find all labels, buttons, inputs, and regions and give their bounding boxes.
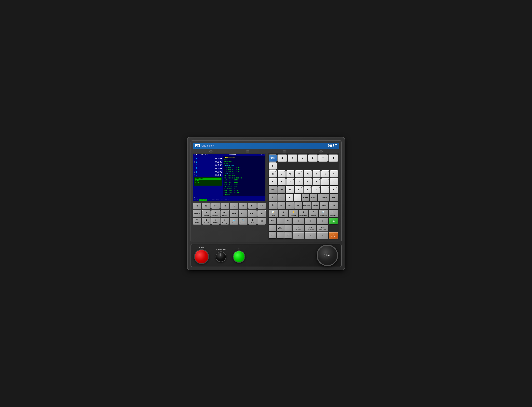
normal-knob[interactable] <box>216 251 226 262</box>
screen-tabs[interactable]: RELAT ABSOLUTE ALL STEP/CONT MDI TRAIL <box>193 199 266 201</box>
rate-dn-2[interactable]: ↓ <box>305 232 316 239</box>
key-equals[interactable]: = <box>294 194 301 201</box>
fkey-f8[interactable]: F8 <box>257 203 266 209</box>
btn-parameter[interactable]: ≡Parameter <box>309 210 318 217</box>
btn-rapid-rate[interactable]: 〜〜Rapid-Rate <box>305 225 316 232</box>
key-6[interactable]: *6 <box>330 170 338 178</box>
key-esc[interactable]: ESC <box>330 194 338 201</box>
btn-sp-stop[interactable]: ⏹SP-STOP <box>202 218 211 225</box>
tab-mdi[interactable]: MDI <box>220 199 224 201</box>
jog-left[interactable]: ← <box>269 225 276 231</box>
key-r[interactable]: DR <box>269 170 277 178</box>
jog-rapid[interactable]: ⏵⏴Rapid <box>277 225 284 231</box>
key-single[interactable]: Single <box>320 202 328 209</box>
key-j[interactable]: PJ <box>295 178 303 185</box>
key-3[interactable]: ;3 <box>330 178 338 185</box>
btn-start[interactable]: ▶Start <box>329 218 338 224</box>
key-t[interactable]: NT <box>304 186 312 193</box>
jog-up-left[interactable]: ↖+Y <box>269 218 276 224</box>
btn-coolant[interactable]: 💧Coolant <box>230 218 238 225</box>
handwheel[interactable]: QBSK <box>317 245 338 266</box>
key-minus[interactable]: [- <box>312 186 320 193</box>
fkey-f3[interactable]: F3 <box>211 203 220 209</box>
key-pgdn[interactable]: PgDn <box>277 186 285 193</box>
key-space[interactable]: Space <box>310 194 317 201</box>
key-l[interactable]: L <box>269 178 277 185</box>
key-8[interactable]: 8 <box>329 154 338 162</box>
key-7[interactable]: 7 <box>318 154 328 162</box>
tab-trail[interactable]: TRAIL <box>224 199 230 201</box>
btn-handwheel[interactable]: 🔄Handwheel <box>319 210 328 217</box>
btn-minus-b[interactable]: -B <box>257 210 266 217</box>
key-bracket[interactable]: ]' <box>321 186 329 193</box>
btn-auto[interactable]: ⚙Auto <box>279 210 288 217</box>
btn-channel[interactable]: Channel <box>193 210 201 217</box>
key-k[interactable]: QK <box>286 178 294 185</box>
btn-feed-rate[interactable]: 〜〜〜Feed-Rate <box>317 225 328 232</box>
key-5[interactable]: +5 <box>321 170 329 178</box>
st-button[interactable] <box>233 250 245 263</box>
btn-point-cw[interactable]: ⊕Point-CW <box>202 210 211 217</box>
key-enter[interactable]: Enter <box>329 202 338 209</box>
key-x[interactable]: X <box>277 154 287 162</box>
key-step[interactable]: Step <box>294 202 302 209</box>
btn-kai2[interactable]: KAI2 <box>239 210 248 217</box>
fkey-f2[interactable]: F2 <box>202 203 211 209</box>
estop-button[interactable] <box>194 249 209 264</box>
jog-dn-left[interactable]: ↙+A <box>269 232 276 238</box>
fkey-f1[interactable]: F1 <box>193 203 201 209</box>
key-w[interactable]: CW <box>286 170 294 178</box>
key-1[interactable]: (1 <box>313 178 321 185</box>
btn-edit[interactable]: 📝Edit <box>269 210 278 217</box>
btn-sp-ccw[interactable]: ↺SP-CCW <box>211 218 220 225</box>
fkey-f6[interactable]: F6 <box>239 203 248 209</box>
key-m[interactable]: M <box>304 170 312 178</box>
jog-dn-right[interactable]: ↘-Y <box>284 232 292 238</box>
key-y[interactable]: Y <box>298 154 307 162</box>
key-right-arrow[interactable]: → <box>277 202 285 209</box>
jog-dn[interactable]: ↓ <box>277 232 284 238</box>
key-shift[interactable]: Shift <box>286 202 294 209</box>
key-v[interactable]: BV <box>295 170 303 178</box>
key-4[interactable]: #4 <box>313 170 321 178</box>
jog-right[interactable]: → <box>284 225 292 231</box>
btn-sp-rate[interactable]: 〜SP-Rate <box>293 225 304 232</box>
key-return[interactable]: Return <box>302 194 309 201</box>
key-h[interactable]: H <box>286 186 294 193</box>
rate-up-1[interactable]: ↑ <box>293 218 304 224</box>
btn-pause[interactable]: ⏸Pause <box>329 232 338 239</box>
key-paren[interactable]: )' <box>321 178 329 185</box>
fkey-f4[interactable]: F4 <box>220 203 229 209</box>
tab-relat[interactable]: RELAT <box>193 199 199 201</box>
jog-up-right[interactable]: ↗-A <box>284 218 292 224</box>
fkey-f5[interactable]: F5 <box>230 203 238 209</box>
key-0[interactable]: %0 <box>330 186 338 193</box>
jog-up[interactable]: ↑ <box>277 218 284 224</box>
key-u[interactable]: AU <box>278 170 286 178</box>
btn-kai3[interactable]: KAI3 <box>248 210 257 217</box>
key-left-arrow[interactable]: ← <box>277 194 285 201</box>
btn-kai1[interactable]: KAI1 <box>230 210 238 217</box>
btn-sp-cw[interactable]: ↻SP-CW <box>193 218 201 225</box>
btn-point-ccw[interactable]: ⊕Point-CCW <box>211 210 220 217</box>
key-reset[interactable]: RESET <box>269 154 277 162</box>
key-slash[interactable]: / <box>286 194 293 201</box>
btn-exchange[interactable]: ⇄Exchange <box>220 218 229 225</box>
key-shift-up[interactable]: ⇧ <box>269 194 277 201</box>
key-shift-dn[interactable]: ⇩ <box>269 202 277 209</box>
tab-all[interactable]: ALL <box>207 199 211 201</box>
key-s[interactable]: ES <box>295 186 303 193</box>
key-f[interactable]: F <box>304 178 312 185</box>
btn-tailstock[interactable]: ⊣⊢TailStock <box>220 210 229 217</box>
rate-dn-1[interactable]: ↓ <box>293 232 304 239</box>
key-diagnosis[interactable]: Diagnosis <box>303 202 311 209</box>
btn-plus-b[interactable]: +B <box>257 218 266 225</box>
key-delete[interactable]: Delete <box>312 202 320 209</box>
btn-stimulate[interactable]: ▶Stimulate <box>329 210 338 217</box>
key-i[interactable]: OI <box>278 178 286 185</box>
rate-up-2[interactable]: ↑ <box>305 218 316 224</box>
key-9[interactable]: 9 <box>269 162 277 170</box>
tab-absolute[interactable]: ABSOLUTE <box>199 199 207 201</box>
btn-chuck[interactable]: ⚙Chuck <box>248 218 257 225</box>
key-g[interactable]: G <box>308 154 318 162</box>
